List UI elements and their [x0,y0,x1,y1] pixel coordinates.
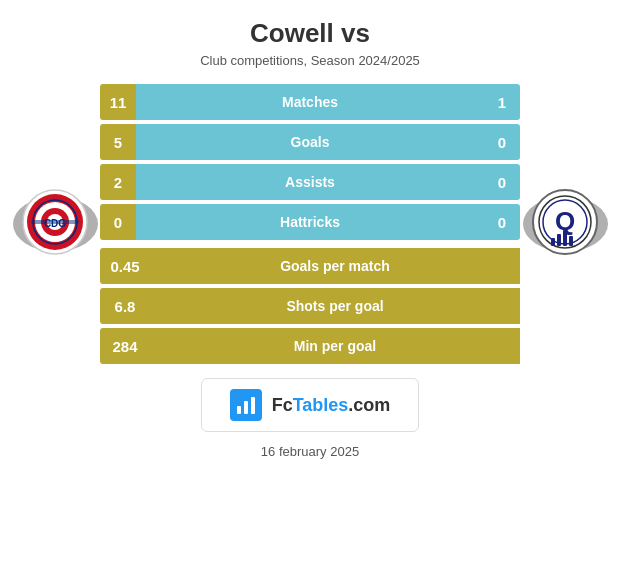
main-content: CDG 11 Matches 1 5 [0,74,620,364]
stats-table: 11 Matches 1 5 Goals 0 2 [100,84,520,364]
table-row: 2 Assists 0 [100,164,520,200]
chivas-logo: CDG [21,188,89,260]
left-value-matches: 11 [100,84,136,120]
right-value-assists: 0 [484,164,520,200]
svg-rect-17 [244,401,248,414]
table-row: 5 Goals 0 [100,124,520,160]
page-subtitle: Club competitions, Season 2024/2025 [10,53,610,68]
dual-stats-section: 11 Matches 1 5 Goals 0 2 [100,84,520,240]
fctables-banner: FcTables.com [201,378,420,432]
team-logo-left: CDG [10,184,100,264]
label-shots-per-goal: Shots per goal [150,288,520,324]
svg-rect-15 [569,236,573,246]
stat-label-assists: Assists [136,164,484,200]
value-shots-per-goal: 6.8 [100,288,150,324]
svg-rect-14 [563,230,567,246]
page-title: Cowell vs [10,18,610,49]
table-row: 6.8 Shots per goal [100,288,520,324]
svg-rect-12 [551,238,555,246]
stat-label-hattricks: Hattricks [136,204,484,240]
left-value-assists: 2 [100,164,136,200]
table-row: 0 Hattricks 0 [100,204,520,240]
single-stats-section: 0.45 Goals per match 6.8 Shots per goal … [100,248,520,364]
svg-text:CDG: CDG [44,218,66,229]
svg-rect-18 [251,397,255,414]
value-goals-per-match: 0.45 [100,248,150,284]
left-value-hattricks: 0 [100,204,136,240]
svg-rect-16 [237,406,241,414]
label-goals-per-match: Goals per match [150,248,520,284]
fctables-icon [230,389,262,421]
header: Cowell vs Club competitions, Season 2024… [0,0,620,74]
footer-date: 16 february 2025 [261,444,359,459]
team-logo-right: Q [520,184,610,264]
page-container: Cowell vs Club competitions, Season 2024… [0,0,620,580]
svg-rect-13 [557,234,561,246]
table-row: 284 Min per goal [100,328,520,364]
table-row: 11 Matches 1 [100,84,520,120]
right-value-hattricks: 0 [484,204,520,240]
table-row: 0.45 Goals per match [100,248,520,284]
right-value-matches: 1 [484,84,520,120]
label-min-per-goal: Min per goal [150,328,520,364]
queretaro-logo: Q [531,188,599,260]
stat-label-goals: Goals [136,124,484,160]
fctables-text: FcTables.com [272,395,391,416]
right-value-goals: 0 [484,124,520,160]
left-value-goals: 5 [100,124,136,160]
stat-label-matches: Matches [136,84,484,120]
value-min-per-goal: 284 [100,328,150,364]
